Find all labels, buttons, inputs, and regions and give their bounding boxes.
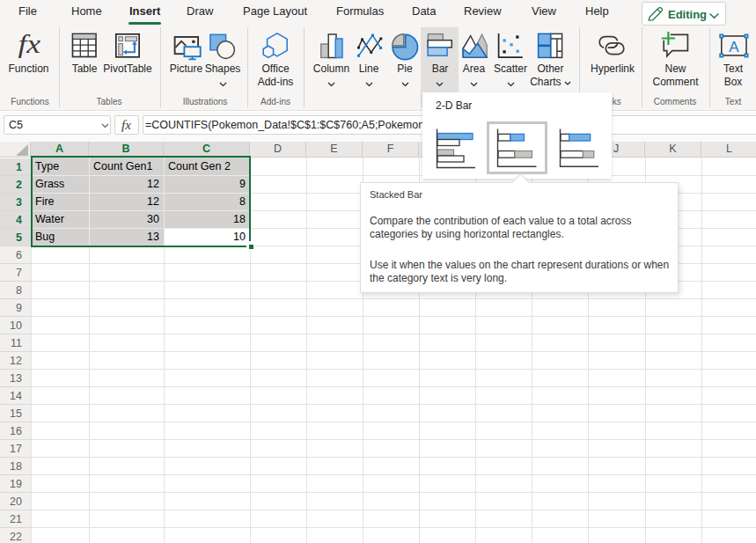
svg-text:fx: fx <box>18 29 41 58</box>
svg-text:A: A <box>729 39 739 55</box>
